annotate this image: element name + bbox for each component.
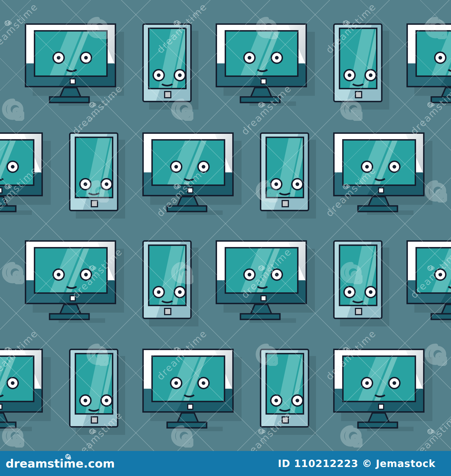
watermark-spiral-icon — [86, 16, 109, 40]
spiral-icon — [65, 453, 71, 460]
watermark-spiral-icon — [170, 261, 193, 285]
watermark-text: dreamstime — [154, 164, 209, 219]
watermark-text: dreamstime — [0, 164, 40, 219]
watermark-text: dreamstime — [0, 1, 40, 55]
watermark-text: dreamstime — [70, 246, 125, 301]
watermark-text: dreamstime — [154, 1, 209, 55]
watermark-spiral-icon — [1, 261, 24, 285]
watermark-text: dreamstime — [0, 328, 40, 382]
watermark-spiral-icon — [1, 424, 24, 449]
watermark-spiral-icon — [255, 343, 278, 367]
watermark-text: dreamstime — [408, 83, 451, 137]
dreamstime-logo: dreamstime.com — [6, 457, 115, 470]
dreamstime-logo-text: dreamstime.com — [6, 457, 115, 470]
watermark-spiral-icon — [86, 343, 109, 367]
watermark-spiral-icon — [339, 261, 362, 285]
watermark-spiral-icon — [86, 179, 109, 204]
watermark-spiral-icon — [170, 424, 193, 449]
watermark-layer: dreamstimedreamstimedreamstimedreamstime… — [0, 0, 451, 476]
watermark-spiral-icon — [424, 179, 447, 204]
watermark-text: dreamstime — [324, 164, 378, 219]
footer-bar: dreamstime.com ID 110212223 © Jemastock — [0, 451, 451, 476]
watermark-text: dreamstime — [154, 328, 209, 382]
watermark-spiral-icon — [424, 343, 447, 367]
watermark-spiral-icon — [255, 179, 278, 204]
watermark-text: dreamstime — [70, 83, 125, 137]
watermark-spiral-icon — [1, 98, 24, 122]
watermark-text: dreamstime — [324, 328, 378, 382]
artwork-canvas: dreamstimedreamstimedreamstimedreamstime… — [0, 0, 451, 476]
watermark-text: dreamstime — [239, 83, 294, 137]
watermark-text: dreamstime — [408, 246, 451, 301]
watermark-spiral-icon — [170, 98, 193, 122]
image-credit: ID 110212223 © Jemastock — [278, 458, 435, 469]
watermark-spiral-icon — [255, 16, 278, 40]
watermark-text: dreamstime — [324, 1, 378, 55]
watermark-spiral-icon — [424, 16, 447, 40]
watermark-text: dreamstime — [239, 246, 294, 301]
watermark-spiral-icon — [339, 424, 362, 449]
watermark-spiral-icon — [339, 98, 362, 122]
